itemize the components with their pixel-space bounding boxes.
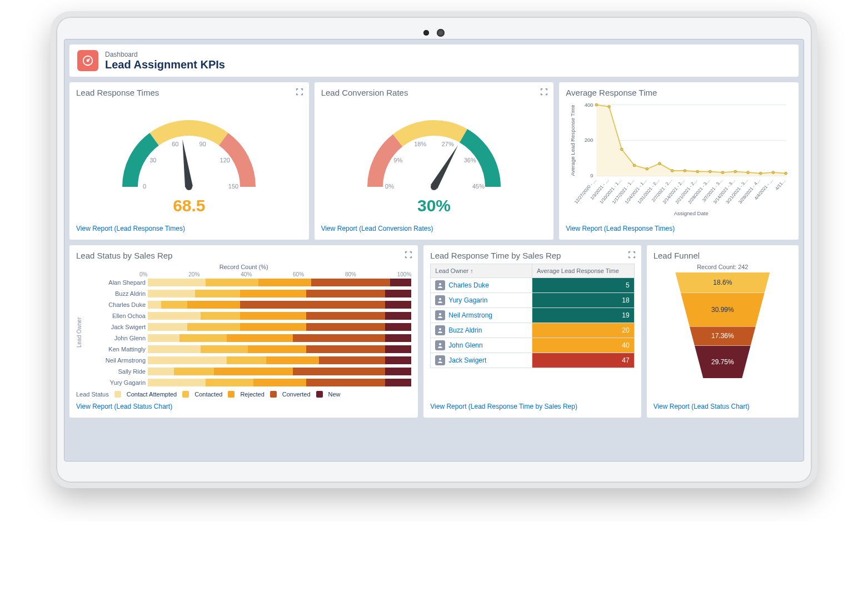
page-title: Lead Assignment KPIs	[105, 58, 225, 71]
table-row: Yury Gagarin18	[430, 293, 634, 308]
funnel-label: 18.6%	[713, 279, 732, 286]
bar-segment	[306, 312, 385, 320]
expand-icon[interactable]	[627, 250, 637, 260]
report-link-response-times[interactable]: View Report (Lead Response Times)	[76, 225, 185, 232]
table-row: John Glenn40	[430, 338, 634, 353]
card-lead-funnel: Lead Funnel Record Count: 242 18.6%30.99…	[646, 245, 799, 418]
svg-point-33	[721, 171, 724, 174]
owner-name: Charles Duke	[448, 281, 489, 289]
bar-track	[148, 323, 411, 331]
funnel-segment: 30.99%	[681, 293, 765, 327]
owner-name: Jack Swigert	[448, 356, 486, 364]
svg-point-58	[439, 313, 441, 315]
value-label: 18	[622, 296, 629, 304]
x-axis-title: Record Count (%)	[76, 264, 411, 270]
legend-label: Contact Attempted	[127, 391, 177, 398]
funnel-label: 30.99%	[711, 306, 734, 314]
person-icon	[435, 280, 445, 290]
card-title: Lead Conversion Rates	[321, 88, 547, 97]
bar-track	[148, 290, 411, 297]
bar-track	[148, 334, 411, 342]
svg-text:9%: 9%	[393, 157, 402, 163]
report-link-conversion-rates[interactable]: View Report (Lead Conversion Rates)	[321, 225, 433, 232]
stacked-bar-row: Ellen Ochoa	[84, 311, 411, 321]
legend-swatch	[114, 391, 121, 398]
bar-segment	[385, 290, 411, 297]
svg-text:12/27/2020 - …: 12/27/2020 - …	[573, 178, 597, 205]
owner-link[interactable]: Yury Gagarin	[431, 293, 532, 308]
svg-point-38	[785, 172, 787, 175]
legend-swatch	[270, 391, 277, 398]
dashboard-screen: Dashboard Lead Assignment KPIs Lead Resp…	[64, 39, 804, 462]
report-link-avg-response[interactable]: View Report (Lead Response Times)	[566, 225, 675, 232]
value-bar: 5	[532, 278, 634, 292]
owner-link[interactable]: Charles Duke	[431, 278, 532, 292]
stacked-bar-row: Ken Mattingly	[84, 344, 411, 354]
dashboard-gauge-icon	[77, 50, 98, 71]
svg-text:30: 30	[149, 157, 156, 163]
card-title: Average Response Time	[566, 88, 792, 97]
svg-point-29	[671, 170, 674, 172]
report-link-funnel[interactable]: View Report (Lead Status Chart)	[654, 403, 750, 410]
card-title: Lead Status by Sales Rep	[76, 251, 411, 260]
stacked-bar-rows: Alan ShepardBuzz AldrinCharles DukeEllen…	[84, 277, 411, 388]
line-chart-body: 0200400Average Lead Response Time12/27/2…	[566, 101, 792, 220]
row-label: Jack Swigert	[84, 324, 146, 330]
page-eyebrow: Dashboard	[105, 51, 225, 58]
svg-text:45%: 45%	[472, 183, 485, 190]
svg-point-27	[646, 167, 648, 170]
legend: Lead StatusContact AttemptedContactedRej…	[76, 391, 411, 398]
legend-label: Rejected	[240, 391, 264, 398]
svg-point-32	[709, 170, 712, 173]
bar-segment	[214, 368, 293, 375]
report-link-rt-by-rep[interactable]: View Report (Lead Response Time by Sales…	[430, 403, 577, 410]
bar-fill	[532, 278, 634, 292]
svg-text:400: 400	[585, 102, 593, 108]
svg-point-25	[621, 148, 623, 151]
row-label: Ken Mattingly	[84, 346, 146, 353]
bar-segment	[385, 312, 411, 320]
legend-label: Converted	[282, 391, 311, 398]
bar-segment	[161, 301, 187, 309]
expand-icon[interactable]	[539, 87, 549, 97]
funnel-count: Record Count: 242	[654, 264, 792, 270]
stacked-bar-row: Yury Gagarin	[84, 378, 411, 388]
row-label: Yury Gagarin	[84, 379, 146, 386]
value-label: 20	[622, 326, 629, 334]
svg-point-34	[734, 170, 737, 173]
svg-text:Average Lead Response Time: Average Lead Response Time	[570, 105, 576, 176]
owner-link[interactable]: Buzz Aldrin	[431, 323, 532, 338]
value-bar: 19	[532, 308, 634, 323]
x-tick: 100%	[397, 271, 412, 277]
person-icon	[435, 310, 445, 320]
svg-point-56	[439, 283, 441, 285]
bar-segment	[148, 379, 206, 386]
bar-segment	[319, 356, 385, 364]
bar-segment	[201, 312, 240, 320]
owner-link[interactable]: Jack Swigert	[431, 353, 532, 368]
card-response-time-by-rep: Lead Response Time by Sales Rep Lead Own…	[423, 245, 641, 418]
svg-point-61	[439, 358, 441, 360]
report-link-status-chart[interactable]: View Report (Lead Status Chart)	[76, 403, 172, 410]
bar-track	[148, 301, 411, 309]
svg-point-36	[760, 172, 762, 175]
owner-link[interactable]: Neil Armstrong	[431, 308, 532, 323]
bar-segment	[187, 301, 240, 309]
expand-icon[interactable]	[295, 87, 305, 97]
x-tick: 20%	[188, 271, 199, 277]
bar-segment	[148, 368, 174, 375]
bar-segment	[201, 345, 248, 353]
value-bar: 47	[532, 353, 634, 368]
person-icon	[435, 295, 445, 305]
row-label: Neil Armstrong	[84, 357, 146, 364]
owner-link[interactable]: John Glenn	[431, 338, 532, 353]
x-ticks: 0%20%40%60%80%100%	[139, 271, 411, 277]
value-label: 5	[626, 281, 630, 289]
y-axis-title: Lead Owner	[76, 277, 82, 388]
col-lead-owner[interactable]: Lead Owner ↑	[431, 264, 532, 277]
bar-fill	[532, 353, 634, 368]
bar-fill	[532, 323, 634, 338]
bar-segment	[385, 301, 411, 309]
expand-icon[interactable]	[403, 250, 413, 260]
bar-segment	[306, 379, 385, 386]
